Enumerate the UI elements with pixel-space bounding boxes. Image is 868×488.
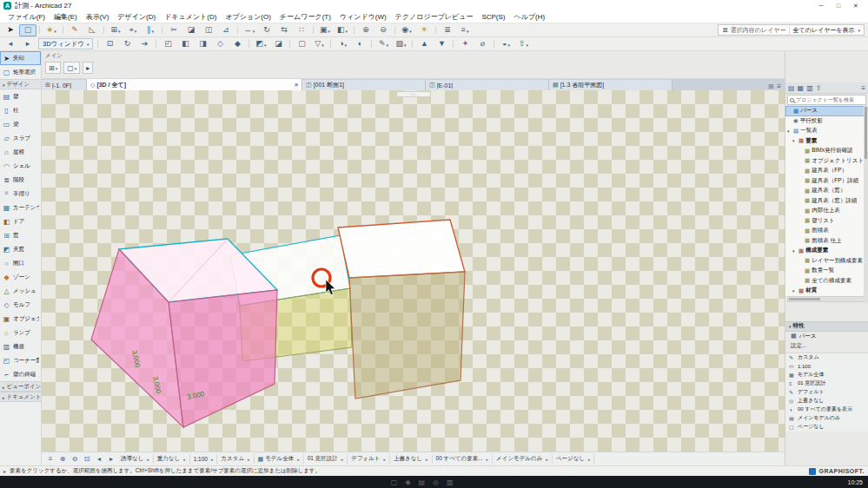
- close-icon[interactable]: ✕: [847, 0, 865, 11]
- axonometry-icon[interactable]: ◇: [211, 38, 229, 50]
- render-settings-icon[interactable]: ◒: [497, 38, 514, 50]
- fit-view-icon[interactable]: ⊡: [101, 38, 118, 50]
- tree-item[interactable]: ▦ 建具表（窓）: [785, 186, 868, 196]
- tool-door[interactable]: ◧ ドア: [0, 214, 41, 228]
- snap-point-icon[interactable]: ⌖: [124, 24, 142, 36]
- zoom-out-icon[interactable]: ⊖: [374, 24, 392, 36]
- cutting-plane-icon[interactable]: ◩: [252, 38, 269, 50]
- minimize-icon[interactable]: ─: [812, 0, 830, 11]
- tool-window[interactable]: ⊞ 窓: [0, 228, 41, 242]
- right-box-front-face[interactable]: [349, 272, 465, 399]
- cut-icon[interactable]: ✂: [165, 24, 182, 36]
- view-tab[interactable]: ⊞ [-1. 0F]: [42, 80, 87, 90]
- quick-option[interactable]: 重力なし: [154, 454, 190, 464]
- menu-item[interactable]: テクノロジープレビュー: [391, 12, 478, 22]
- vertical-scrollbar[interactable]: [864, 105, 868, 303]
- forward-icon[interactable]: ▸: [19, 38, 36, 50]
- viewport-handle[interactable]: [396, 91, 431, 97]
- view-tab[interactable]: ◫ [E-01]: [426, 80, 549, 90]
- menu-item[interactable]: ドキュメント(D): [160, 12, 221, 22]
- tool-slab[interactable]: ▱ スラブ: [0, 131, 41, 145]
- tree-item[interactable]: ▦ BIMx発行前確認: [785, 146, 868, 156]
- display-order-icon[interactable]: ◧: [334, 24, 351, 36]
- quick-option[interactable]: 00 すべての要素...: [433, 454, 494, 464]
- taskbar-app-icon[interactable]: ▤: [419, 478, 426, 486]
- quick-option-row[interactable]: ✎ デフォルト: [785, 388, 868, 397]
- tree-item[interactable]: ▾ ▦ 要素: [785, 136, 868, 147]
- tree-caret-icon[interactable]: ▾: [792, 248, 797, 254]
- tool-wall[interactable]: ▤ 壁: [0, 89, 41, 103]
- tool-shell[interactable]: ◠ シェル: [0, 159, 41, 173]
- tool-railing[interactable]: ⌗ 手摺り: [0, 187, 41, 201]
- info-grid-icon[interactable]: ⊞: [45, 62, 61, 74]
- tool-skylight[interactable]: ◩ 天窓: [0, 242, 41, 256]
- navigator-search[interactable]: [787, 95, 866, 105]
- tree-caret-icon[interactable]: ▾: [787, 129, 792, 134]
- tree-item[interactable]: ▦ 面積表: [785, 226, 868, 236]
- story-up-icon[interactable]: ▲: [415, 38, 433, 50]
- quick-option[interactable]: 誘導なし: [117, 454, 154, 464]
- publish-icon[interactable]: ⇧: [514, 38, 532, 50]
- mirror-icon[interactable]: ⇆: [275, 24, 293, 36]
- group-icon[interactable]: ▣: [316, 24, 334, 36]
- quick-option[interactable]: ▦ モデル全体: [255, 454, 304, 464]
- toolbox-section[interactable]: ビューポイント: [0, 381, 41, 392]
- quick-option[interactable]: 1:100: [190, 454, 218, 464]
- tool-column[interactable]: ▯ 柱: [0, 103, 41, 117]
- quick-option-row[interactable]: ▤ メインモデルのみ: [785, 414, 868, 423]
- publisher-sets-icon[interactable]: ⇪: [816, 84, 822, 92]
- scrollbar-thumb[interactable]: [865, 107, 867, 159]
- settings-button[interactable]: 設定...: [785, 341, 868, 351]
- trim-icon[interactable]: ◪: [182, 24, 200, 36]
- view-tab[interactable]: ▤ [1.3 各階平面図]: [549, 80, 673, 90]
- quick-option[interactable]: カスタム: [217, 454, 254, 464]
- tool-object[interactable]: ▣ オブジェクト: [0, 312, 41, 326]
- tool-corner-window[interactable]: ◰ コーナー窓: [0, 353, 41, 367]
- toolbox-section-design[interactable]: デザイン: [0, 79, 41, 89]
- tree-item[interactable]: ▦ 建具表（FP）: [785, 166, 868, 176]
- tree-item[interactable]: ▦ レイヤー別構成要素: [785, 256, 868, 267]
- grid-snap-icon[interactable]: ⊞: [107, 24, 124, 36]
- tool-mesh[interactable]: △ メッシュ: [0, 284, 41, 298]
- taskbar-app-icon[interactable]: ◈: [405, 478, 410, 486]
- magic-wand-icon[interactable]: ✦: [456, 38, 474, 50]
- zoom-fit-icon[interactable]: ⊡: [81, 455, 93, 463]
- quick-option[interactable]: デフォルト: [348, 454, 390, 464]
- quick-option[interactable]: 上書きなし: [390, 454, 432, 464]
- move-icon[interactable]: ↔: [241, 24, 258, 36]
- tool-morph[interactable]: ◇ モルフ: [0, 298, 41, 312]
- info-fill-icon[interactable]: ▢: [63, 62, 80, 74]
- quick-option-row[interactable]: ≡ 01 意匠設計: [785, 379, 868, 388]
- prev-view-icon[interactable]: ◂: [93, 455, 105, 463]
- sun-study-icon[interactable]: ☀: [415, 24, 433, 36]
- select-arrow-icon[interactable]: ➤: [2, 24, 19, 36]
- layer-settings-icon[interactable]: ≣: [439, 24, 456, 36]
- left-box-front-face[interactable]: [169, 290, 277, 427]
- info-expand-icon[interactable]: ▸: [83, 62, 93, 74]
- split-icon[interactable]: ◫: [200, 24, 217, 36]
- quick-option-row[interactable]: ▦ モデル全体: [785, 371, 868, 379]
- tree-caret-icon[interactable]: ▾: [792, 288, 797, 293]
- pen-icon[interactable]: ✎: [66, 24, 83, 36]
- story-down-icon[interactable]: ▼: [433, 38, 450, 50]
- tree-item[interactable]: ▦ 建具表（FP）詳細: [785, 176, 868, 187]
- zoom-out-icon[interactable]: ⊖: [69, 455, 81, 463]
- tree-item[interactable]: ▾ ▤ 一覧表: [785, 126, 868, 136]
- marquee-view-icon[interactable]: ▢: [293, 38, 310, 50]
- toolbox-section[interactable]: ドキュメント: [0, 392, 41, 402]
- horizontal-scrollbar[interactable]: [787, 296, 866, 302]
- tree-item[interactable]: ▦ 全ての構成要素: [785, 276, 868, 287]
- adjust-icon[interactable]: ⊿: [217, 24, 235, 36]
- statusbar-menu-icon[interactable]: ▸: [3, 468, 6, 474]
- project-map-icon[interactable]: ▤: [788, 84, 795, 92]
- perspective-icon[interactable]: ◆: [229, 38, 246, 50]
- tree-item[interactable]: ▾ ▦ 構成要素: [785, 246, 868, 256]
- taskbar-clock[interactable]: 10:25: [838, 479, 863, 485]
- menu-item[interactable]: チームワーク(T): [275, 12, 335, 22]
- tool-curtain-wall[interactable]: ▦ カーテンウォール: [0, 201, 41, 214]
- taskbar-app-icon[interactable]: ◎: [433, 478, 439, 486]
- menu-item[interactable]: オプション(O): [221, 12, 275, 22]
- multiply-icon[interactable]: ∷: [293, 24, 310, 36]
- camera-icon[interactable]: ◉: [398, 24, 415, 36]
- tool-lamp[interactable]: ☼ ランプ: [0, 326, 41, 340]
